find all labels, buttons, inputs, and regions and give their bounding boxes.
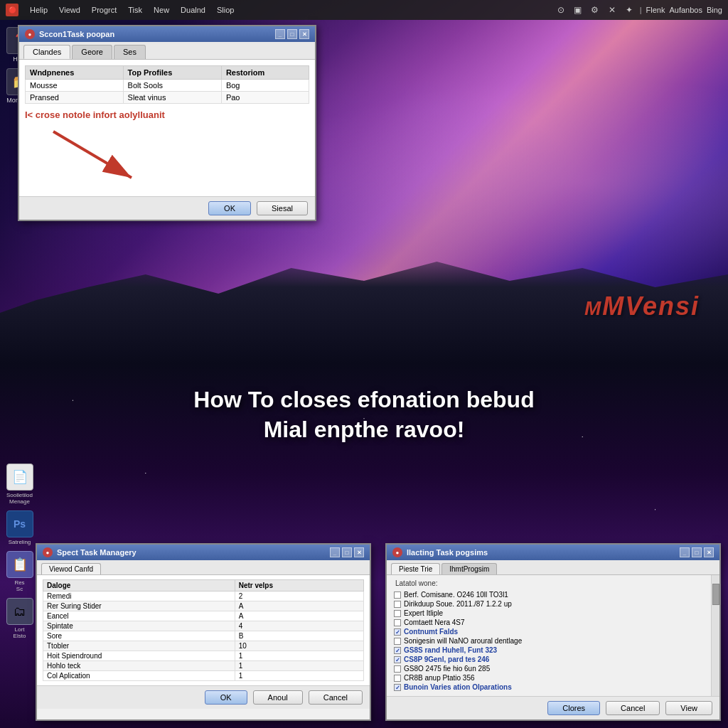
ok-button-top[interactable]: OK	[208, 201, 251, 215]
satreling-label: Satreling	[9, 539, 31, 545]
tab-clandes[interactable]: Clandes	[23, 45, 70, 59]
list-checkbox[interactable]	[394, 665, 401, 673]
sidebar-soolletilod[interactable]: 📄 SoolletilodMenage	[6, 464, 33, 505]
bottom-dialogs-area: ● Spect Task Managery _ □ ✕ Viewod Canfd…	[36, 543, 721, 721]
left-dialog-title: Spect Task Managery	[57, 548, 136, 557]
left-close[interactable]: ✕	[354, 547, 364, 557]
list-item[interactable]: Dirikduup Soue. 2011./87 1.2.2 up	[391, 599, 708, 609]
left-title-controls: _ □ ✕	[330, 547, 364, 557]
right-minimize[interactable]: _	[680, 547, 690, 557]
right-maximize[interactable]: □	[692, 547, 702, 557]
left-ok-button[interactable]: OK	[205, 690, 247, 705]
list-checkbox[interactable]: ✓	[394, 647, 401, 654]
list-item[interactable]: Comtaett Nera 4S7	[391, 618, 708, 627]
right-title-controls: _ □ ✕	[680, 547, 714, 557]
cell-1-3: Bog	[221, 80, 309, 92]
table-row: Mousse Bolt Sools Bog	[26, 80, 309, 92]
menu-helip[interactable]: Helip	[24, 6, 53, 14]
list-item[interactable]: Berf. Comisane. O246 10ll TO3l1	[391, 590, 708, 599]
left-table: Daloge Netr velps Remedi2Rer Suring Stid…	[43, 579, 364, 681]
right-dialog-icon: ●	[392, 547, 402, 557]
list-checkbox[interactable]	[394, 610, 401, 617]
minimize-button[interactable]: _	[275, 29, 285, 39]
cell-0: Ttobler	[43, 641, 235, 651]
display-icon[interactable]: ▣	[572, 4, 584, 16]
tab-viewod-canfd[interactable]: Viewod Canfd	[41, 563, 101, 574]
menu-progrct[interactable]: Progrct	[86, 6, 122, 14]
tab-ihmtprogsim[interactable]: IhmtProgsim	[441, 563, 497, 574]
table-row: Ttobler10	[43, 641, 364, 651]
left-maximize[interactable]: □	[342, 547, 352, 557]
list-item[interactable]: Sonigesin will NaNO aroural dentlage	[391, 636, 708, 646]
close-button[interactable]: ✕	[299, 29, 309, 39]
cell-0: Spintate	[43, 621, 235, 631]
os-icon[interactable]: 🔴	[6, 4, 18, 16]
sidebar-lort[interactable]: 🗂 LortElsto	[6, 598, 33, 639]
menu-dualnd[interactable]: Dualnd	[175, 6, 211, 14]
list-checkbox[interactable]	[394, 619, 401, 626]
list-checkbox[interactable]: ✓	[394, 656, 401, 663]
right-cancel-button[interactable]: Cancel	[606, 701, 660, 715]
list-item[interactable]: ✓Contnumt Falds	[391, 627, 708, 636]
extra-icon[interactable]: ✦	[623, 4, 636, 16]
dialog-buttons: OK Siesal	[19, 196, 315, 220]
left-dialog-buttons: OK Anoul Cancel	[37, 685, 370, 709]
tab-ses[interactable]: Ses	[114, 45, 146, 59]
cell-1-2: Bolt Sools	[123, 80, 221, 92]
dialog-body: Wndpnenes Top Profiles Restoriom Mousse …	[19, 60, 315, 196]
siesal-button[interactable]: Siesal	[257, 201, 308, 215]
list-checkbox[interactable]: ✓	[394, 628, 401, 636]
lort-label: LortElsto	[14, 626, 26, 639]
menu-sliop[interactable]: Sliop	[211, 6, 240, 14]
svg-line-1	[53, 132, 132, 178]
left-dialog-titlebar: ● Spect Task Managery _ □ ✕	[37, 545, 370, 560]
bottom-desktop: How To closes efonation bebud Mial enpth…	[0, 364, 728, 728]
sidebar-satreling[interactable]: Ps Satreling	[6, 510, 33, 545]
sidebar-res[interactable]: 📋 ResSc	[6, 551, 33, 592]
close-icon-top[interactable]: ✕	[606, 4, 619, 16]
right-dialog-title: Ilacting Task pogsims	[407, 548, 488, 557]
right-clores-button[interactable]: Clores	[547, 701, 600, 715]
list-item[interactable]: ✓GS8S rand Huhell, Funt 323	[391, 646, 708, 655]
top-desktop: 🔴 Helip Viewd Progrct Tisk New Dualnd Sl…	[0, 0, 728, 364]
menu-viewd[interactable]: Viewd	[53, 6, 86, 14]
table-row: Hohlo teck1	[43, 661, 364, 671]
headline-section: How To closes efonation bebud Mial enpth…	[0, 385, 728, 444]
list-item[interactable]: GS8O 2475 fie hio 6un 285	[391, 664, 708, 673]
list-checkbox[interactable]: ✓	[394, 684, 401, 691]
list-item-label: GS8S rand Huhell, Funt 323	[404, 646, 497, 654]
list-item[interactable]: Expert Itliple	[391, 609, 708, 618]
cell-1: 4	[235, 621, 363, 631]
table-row: Pransed Sleat vinus Pao	[26, 92, 309, 104]
error-message: I< crose notole infort aolylluanit	[25, 109, 309, 120]
bing-label: Bing	[707, 6, 722, 14]
table-row: Spintate4	[43, 621, 364, 631]
tab-pieste-trie[interactable]: Pieste Trie	[391, 563, 440, 574]
left-minimize[interactable]: _	[330, 547, 340, 557]
left-dialog-body: Daloge Netr velps Remedi2Rer Suring Stid…	[37, 575, 370, 685]
scroll-thumb[interactable]	[712, 584, 719, 605]
list-checkbox[interactable]	[394, 638, 401, 645]
col-daloge: Daloge	[43, 580, 235, 592]
list-checkbox[interactable]	[394, 675, 401, 682]
cell-1: A	[235, 611, 363, 621]
left-cancel-button[interactable]: Cancel	[309, 690, 363, 705]
left-anoul-button[interactable]: Anoul	[253, 690, 303, 705]
right-view-button[interactable]: View	[665, 701, 712, 715]
dialog-tabs: Clandes Geore Ses	[19, 42, 315, 60]
list-checkbox[interactable]	[394, 601, 401, 608]
menu-new[interactable]: New	[148, 6, 175, 14]
list-item[interactable]: ✓Bunoin Varies ation Olparations	[391, 682, 708, 692]
menu-tisk[interactable]: Tisk	[122, 6, 148, 14]
list-item-label: Comtaett Nera 4S7	[404, 619, 465, 626]
scrollbar-right[interactable]	[711, 575, 719, 696]
cell-2-3: Pao	[221, 92, 309, 104]
list-item[interactable]: ✓CS8P 9Genl, pard tes 246	[391, 655, 708, 664]
settings-icon[interactable]: ⚙	[589, 4, 601, 16]
right-close[interactable]: ✕	[704, 547, 714, 557]
list-checkbox[interactable]	[394, 592, 401, 599]
wifi-icon[interactable]: ⊙	[555, 4, 567, 16]
list-item[interactable]: CR8B anup Ptatio 356	[391, 673, 708, 682]
tab-geore[interactable]: Geore	[72, 45, 112, 59]
maximize-button[interactable]: □	[287, 29, 297, 39]
